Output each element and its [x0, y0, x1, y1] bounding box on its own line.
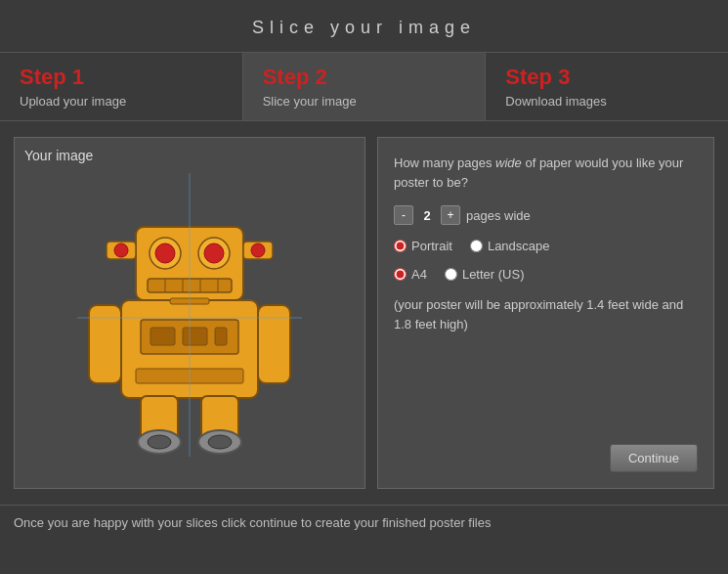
svg-point-18	[114, 243, 128, 257]
svg-point-28	[208, 435, 232, 449]
svg-rect-2	[150, 328, 175, 345]
step2-label: Step 2	[263, 65, 327, 90]
robot-svg	[77, 173, 302, 457]
footer-text: Once you are happy with your slices clic…	[14, 515, 491, 530]
pages-control: - 2 + pages wide	[394, 205, 698, 225]
portrait-label: Portrait	[411, 239, 452, 253]
svg-rect-22	[258, 305, 290, 383]
pages-count: 2	[419, 208, 435, 223]
paper-size-group: A4 Letter (US)	[394, 267, 698, 282]
step3-label: Step 3	[505, 65, 570, 90]
svg-point-20	[251, 243, 265, 257]
step-1[interactable]: Step 1 Upload your image	[0, 53, 243, 120]
svg-rect-4	[215, 328, 227, 345]
step3-desc: Download images	[505, 94, 606, 109]
svg-rect-21	[89, 305, 121, 383]
svg-rect-3	[183, 328, 207, 345]
footer-bar: Once you are happy with your slices clic…	[0, 505, 728, 540]
step2-desc: Slice your image	[263, 94, 357, 109]
step-3[interactable]: Step 3 Download images	[486, 53, 728, 120]
letter-label: Letter (US)	[462, 267, 525, 282]
letter-radio[interactable]	[445, 268, 457, 281]
image-panel: Your image	[14, 137, 365, 489]
a4-label: A4	[411, 267, 427, 282]
portrait-option[interactable]: Portrait	[394, 239, 452, 253]
image-panel-title: Your image	[24, 148, 355, 163]
svg-point-8	[155, 243, 175, 263]
wide-word: wide	[495, 155, 522, 170]
step1-desc: Upload your image	[20, 94, 126, 109]
step1-label: Step 1	[20, 65, 84, 90]
orientation-group: Portrait Landscape	[394, 239, 698, 253]
svg-point-26	[148, 435, 171, 449]
landscape-radio[interactable]	[470, 240, 483, 252]
a4-radio[interactable]	[394, 268, 407, 281]
pages-decrease-button[interactable]: -	[394, 205, 413, 225]
controls-panel: How many pages wide of paper would you l…	[377, 137, 714, 489]
portrait-radio[interactable]	[394, 240, 407, 252]
question-text: How many pages wide of paper would you l…	[394, 154, 698, 192]
letter-option[interactable]: Letter (US)	[445, 267, 525, 282]
svg-point-10	[204, 243, 224, 263]
pages-increase-button[interactable]: +	[441, 205, 460, 225]
landscape-option[interactable]: Landscape	[470, 239, 550, 253]
robot-image-container	[77, 173, 302, 457]
continue-button[interactable]: Continue	[610, 444, 698, 472]
poster-info: (your poster will be approximately 1.4 f…	[394, 295, 698, 333]
continue-btn-row: Continue	[394, 444, 698, 472]
a4-option[interactable]: A4	[394, 267, 427, 282]
steps-bar: Step 1 Upload your image Step 2 Slice yo…	[0, 52, 728, 121]
landscape-label: Landscape	[488, 239, 550, 253]
step-2[interactable]: Step 2 Slice your image	[243, 53, 487, 120]
page-title: Slice your image	[0, 0, 728, 52]
main-content: Your image	[14, 137, 714, 489]
pages-suffix: pages wide	[466, 208, 531, 223]
